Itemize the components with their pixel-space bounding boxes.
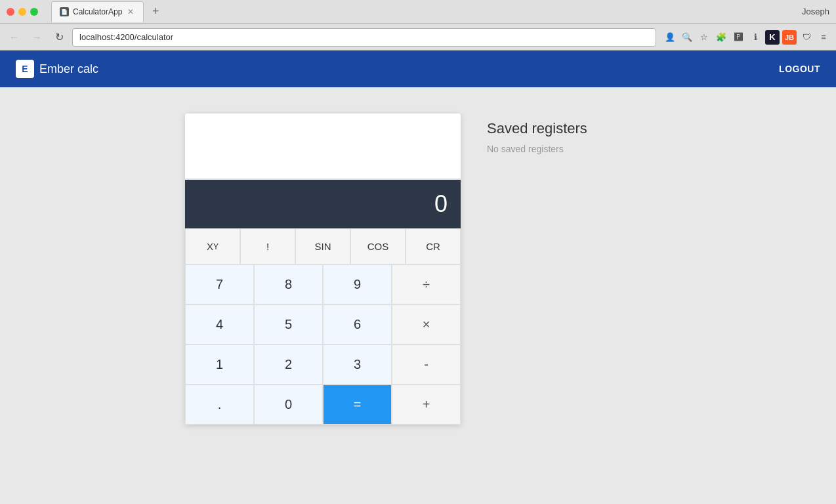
buttons-row-2: 4 5 6 × <box>185 304 461 345</box>
decimal-button[interactable]: . <box>185 385 254 425</box>
calc-tape-wrapper <box>185 114 461 180</box>
app-logo: E Ember calc <box>16 60 98 78</box>
tab-close-icon[interactable]: ✕ <box>126 7 135 16</box>
sin-button[interactable]: SIN <box>295 228 350 264</box>
cos-button[interactable]: COS <box>350 228 406 264</box>
no-saved-message: No saved registers <box>487 144 651 154</box>
nine-button[interactable]: 9 <box>323 264 392 304</box>
eight-button[interactable]: 8 <box>254 264 323 304</box>
calc-tape <box>185 114 461 179</box>
minimize-button[interactable] <box>18 8 26 16</box>
user-label: Joseph <box>802 7 829 16</box>
browser-chrome: 📄 CalculatorApp ✕ + Joseph ← → ↻ 👤 🔍 ☆ 🧩… <box>0 0 836 51</box>
four-button[interactable]: 4 <box>185 304 254 345</box>
equals-button[interactable]: = <box>323 385 392 425</box>
add-button[interactable]: + <box>392 385 461 425</box>
saved-registers-panel: Saved registers No saved registers <box>487 114 651 425</box>
multiply-button[interactable]: × <box>392 304 461 345</box>
six-button[interactable]: 6 <box>323 304 392 345</box>
calculator: 0 XY ! SIN COS CR 7 8 9 ÷ 4 5 6 × 1 2 3 <box>185 114 461 425</box>
active-tab[interactable]: 📄 CalculatorApp ✕ <box>51 1 144 22</box>
back-button[interactable]: ← <box>5 28 24 47</box>
tab-favicon: 📄 <box>60 7 69 16</box>
forward-button[interactable]: → <box>28 28 46 47</box>
buttons-row-4: . 0 = + <box>185 385 461 425</box>
app-name: Ember calc <box>39 62 98 76</box>
k-icon[interactable]: K <box>765 30 780 45</box>
user-avatar-icon[interactable]: 👤 <box>663 30 677 45</box>
xy-button[interactable]: XY <box>185 228 240 264</box>
cr-button[interactable]: CR <box>406 228 461 264</box>
seven-button[interactable]: 7 <box>185 264 254 304</box>
new-tab-button[interactable]: + <box>146 3 165 21</box>
info-icon[interactable]: ℹ <box>748 30 763 45</box>
menu-icon[interactable]: ≡ <box>816 30 831 45</box>
browser-toolbar: ← → ↻ 👤 🔍 ☆ 🧩 🅿 ℹ K JB 🛡 ≡ <box>0 24 836 50</box>
five-button[interactable]: 5 <box>254 304 323 345</box>
three-button[interactable]: 3 <box>323 345 392 385</box>
extensions-icon[interactable]: 🧩 <box>714 30 728 45</box>
subtract-button[interactable]: - <box>392 345 461 385</box>
calc-display-value: 0 <box>434 190 448 217</box>
window-controls <box>7 8 38 16</box>
close-button[interactable] <box>7 8 14 16</box>
two-button[interactable]: 2 <box>254 345 323 385</box>
zero-button[interactable]: 0 <box>254 385 323 425</box>
buttons-row-1: 7 8 9 ÷ <box>185 264 461 304</box>
browser-icons: 👤 🔍 ☆ 🧩 🅿 ℹ K JB 🛡 ≡ <box>663 30 831 45</box>
reload-button[interactable]: ↻ <box>50 28 68 47</box>
logout-button[interactable]: LOGOUT <box>779 64 820 74</box>
factorial-button[interactable]: ! <box>240 228 295 264</box>
browser-titlebar: 📄 CalculatorApp ✕ + Joseph <box>0 0 836 24</box>
app-header: E Ember calc LOGOUT <box>0 51 836 87</box>
calc-display: 0 <box>185 180 461 228</box>
maximize-button[interactable] <box>30 8 38 16</box>
shield-icon[interactable]: 🛡 <box>799 30 814 45</box>
search-icon[interactable]: 🔍 <box>680 30 694 45</box>
pocket-icon[interactable]: 🅿 <box>731 30 745 45</box>
tab-bar: 📄 CalculatorApp ✕ + <box>46 1 170 22</box>
address-bar[interactable] <box>72 28 656 47</box>
buttons-row-3: 1 2 3 - <box>185 345 461 385</box>
bookmark-icon[interactable]: ☆ <box>697 30 711 45</box>
divide-button[interactable]: ÷ <box>392 264 461 304</box>
main-content: 0 XY ! SIN COS CR 7 8 9 ÷ 4 5 6 × 1 2 3 <box>0 87 836 451</box>
logo-icon: E <box>16 60 34 78</box>
one-button[interactable]: 1 <box>185 345 254 385</box>
saved-registers-title: Saved registers <box>487 120 651 137</box>
jb-icon[interactable]: JB <box>782 30 797 45</box>
special-buttons-row: XY ! SIN COS CR <box>185 228 461 264</box>
tab-title: CalculatorApp <box>73 7 122 16</box>
